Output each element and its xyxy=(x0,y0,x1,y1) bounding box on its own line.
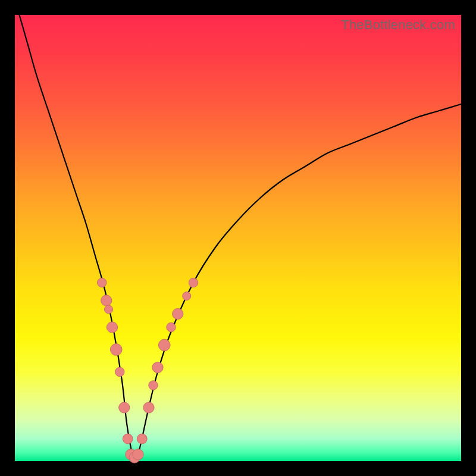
annotation-point xyxy=(167,322,176,331)
annotation-point xyxy=(105,305,113,314)
annotation-point xyxy=(137,434,147,444)
annotation-point xyxy=(98,278,107,287)
annotation-point xyxy=(123,434,133,444)
annotation-point xyxy=(115,367,124,376)
outer-frame: TheBottleneck.com xyxy=(0,0,476,476)
annotation-point xyxy=(101,295,112,306)
bottleneck-curve xyxy=(20,15,462,461)
annotation-point xyxy=(189,278,198,287)
annotation-point xyxy=(110,344,122,356)
annotation-points xyxy=(98,278,198,463)
annotation-point xyxy=(133,449,143,460)
annotation-point xyxy=(107,322,117,333)
annotation-point xyxy=(158,339,170,351)
annotation-point xyxy=(173,308,183,319)
annotation-point xyxy=(149,381,158,390)
annotation-point xyxy=(143,402,154,413)
chart-svg xyxy=(15,15,461,461)
annotation-point xyxy=(152,362,163,372)
plot-area: TheBottleneck.com xyxy=(15,15,461,461)
annotation-point xyxy=(183,292,191,300)
annotation-point xyxy=(119,402,130,413)
